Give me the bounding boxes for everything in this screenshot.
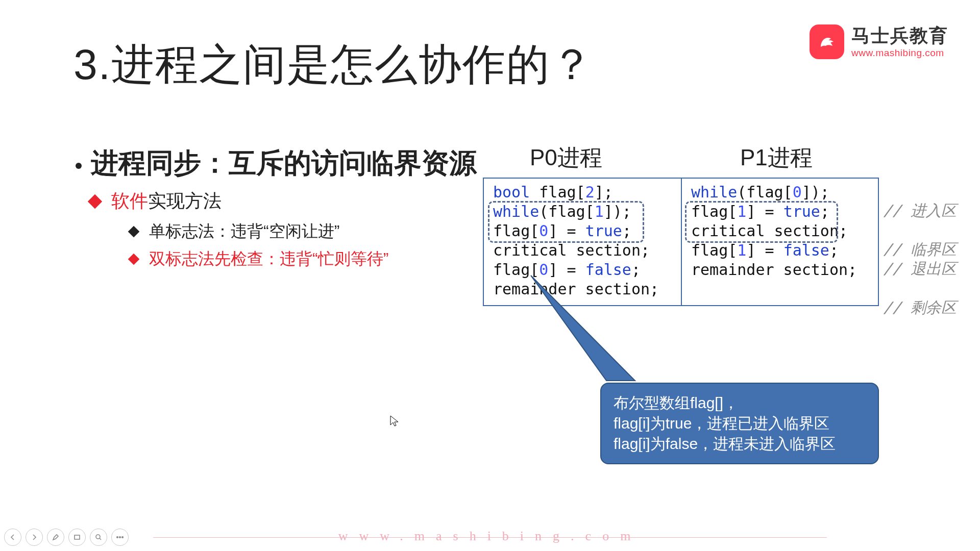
subtitle-text: 进程同步：互斥的访问临界资源 [91,145,477,182]
svg-point-5 [119,537,121,538]
bullet3-text: 双标志法先检查：违背“忙则等待” [149,248,388,270]
logo-text: 马士兵教育 www.mashibing.com [851,27,948,58]
brand-logo: 马士兵教育 www.mashibing.com [810,24,948,59]
diamond-icon [88,194,102,208]
callout-box: 布尔型数组flag[]， flag[i]为true，进程已进入临界区 flag[… [600,383,879,464]
bullet1-rest: 实现方法 [148,189,222,214]
svg-rect-1 [75,535,80,539]
zoom-button[interactable] [90,529,107,546]
logo-mark-icon [810,24,844,59]
slide-subtitle: 进程同步：互斥的访问临界资源 [76,145,477,182]
pen-button[interactable] [47,529,64,546]
proc1-header: P1进程 [740,143,813,173]
slides-button[interactable] [68,529,86,546]
code-comments: // 进入区 // 临界区 // 退出区 // 剩余区 [883,182,957,317]
code-col-p0: bool flag[2]; while(flag[1]); flag[0] = … [484,179,681,305]
callout-line2: flag[i]为true，进程已进入临界区 [614,413,866,434]
code-col-p1: while(flag[0]); flag[1] = true; critical… [681,179,878,305]
bullet-level1: 软件实现方法 [90,189,222,214]
callout-line1: 布尔型数组flag[]， [614,393,866,413]
svg-line-3 [100,538,101,540]
bullet2-text: 单标志法：违背“空闲让进” [149,220,339,243]
slideshow-toolbar [4,529,129,546]
bullet1-red: 软件 [111,189,148,214]
diamond-icon [128,254,140,265]
slide-title: 3.进程之间是怎么协作的？ [74,36,594,94]
bullet-level2-1: 单标志法：违背“空闲让进” [130,220,339,243]
slide: 马士兵教育 www.mashibing.com 3.进程之间是怎么协作的？ 进程… [0,0,980,551]
footer-url: www.mashibing.com [0,529,980,544]
svg-point-2 [96,535,100,539]
callout-line3: flag[i]为false，进程未进入临界区 [614,434,866,454]
more-button[interactable] [111,529,129,546]
svg-point-4 [117,537,118,538]
bullet-level2-2: 双标志法先检查：违背“忙则等待” [130,248,388,270]
diamond-icon [128,226,140,238]
logo-name: 马士兵教育 [851,27,948,45]
svg-point-6 [122,537,124,538]
logo-url: www.mashibing.com [851,48,948,58]
code-table: bool flag[2]; while(flag[1]); flag[0] = … [483,178,879,306]
next-button[interactable] [26,529,43,546]
cursor-icon [390,415,399,431]
bullet-dot-icon [76,163,82,169]
proc0-header: P0进程 [530,143,602,173]
kw: bool [493,183,530,201]
prev-button[interactable] [4,529,21,546]
